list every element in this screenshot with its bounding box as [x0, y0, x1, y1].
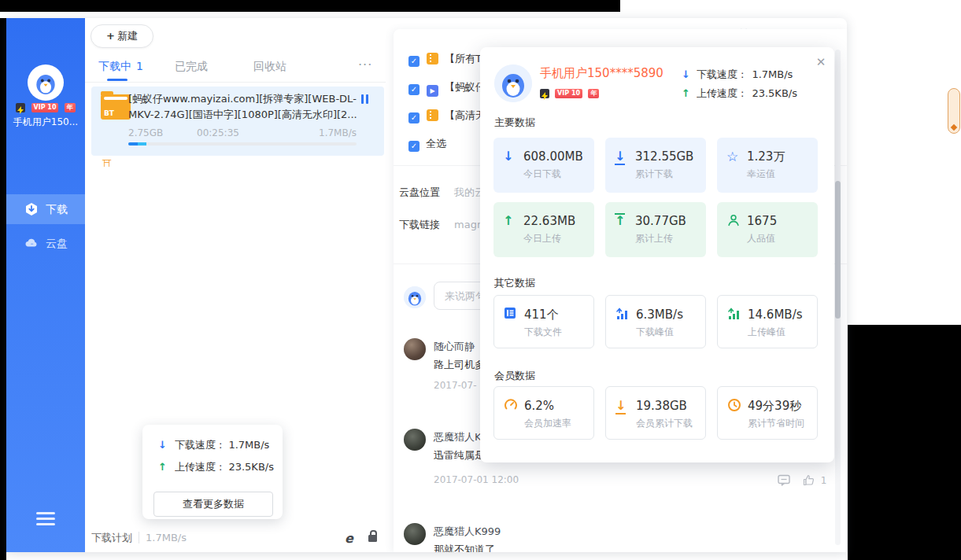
tab-recycle-bin[interactable]: 回收站	[253, 60, 286, 74]
download-task-row[interactable]: BT [蚂蚁仔www.mayizai.com][拆弹专家][WEB-DL- MK…	[91, 87, 384, 156]
stat-card-total-download: 312.55GB累计下载	[605, 138, 706, 193]
comment-time: 2017-07-	[434, 380, 476, 391]
download-link-field: 下载链接magne	[399, 218, 490, 232]
reply-bubble-icon[interactable]	[778, 474, 790, 486]
like-count: 1	[821, 475, 827, 486]
sidebar-item-label: 下载	[46, 203, 68, 216]
magnet-site-icon: ⛩	[102, 158, 113, 169]
download-hexagon-icon	[24, 202, 39, 216]
sidebar-item-label: 云盘	[46, 237, 68, 249]
tab-divider	[85, 82, 386, 83]
view-more-stats-button[interactable]: 查看更多数据	[153, 492, 273, 517]
vip-badges: VIP 10 年	[6, 99, 85, 114]
checkbox-checked[interactable]	[408, 141, 420, 152]
pause-button[interactable]	[360, 94, 371, 105]
screen: VIP 10 年 手机用户150... 下载 云盘 +新建 ✕ 下载中1 已完成	[0, 0, 961, 560]
stat-card-time-saved: 49分39秒累计节省时间	[717, 386, 818, 440]
new-task-button[interactable]: +新建	[91, 24, 153, 48]
menu-hamburger-icon[interactable]	[36, 512, 55, 525]
sidebar-item-cloud[interactable]: 云盘	[6, 228, 85, 258]
other-stats-grid: 411个下载文件 6.3MB/s下载峰值 14.6MB/s上传峰值	[493, 295, 818, 348]
download-plan-label[interactable]: 下载计划	[91, 532, 132, 543]
down-arrow-icon	[158, 439, 167, 451]
cloud-icon	[24, 236, 39, 250]
upload-from-bar-icon	[615, 213, 625, 228]
lock-icon[interactable]	[368, 535, 377, 542]
tab-downloading[interactable]: 下载中1	[98, 60, 143, 74]
stat-card-download-peak: 6.3MB/s下载峰值	[605, 295, 706, 348]
checkbox-checked[interactable]	[408, 112, 420, 123]
comment-actions: 1	[778, 474, 833, 488]
select-all-row[interactable]: 全选	[408, 137, 446, 151]
person-icon	[726, 213, 742, 229]
side-widget-handle[interactable]	[948, 88, 960, 134]
star-icon	[726, 149, 742, 164]
letterbox-top	[0, 0, 620, 12]
comment-text: 路上司机多	[434, 358, 485, 372]
bottom-bar: 下载计划1.7MB/s e	[91, 531, 386, 552]
file-row[interactable]: 【高清无	[408, 109, 486, 123]
file-row[interactable]: 【蚂蚁仔	[408, 80, 486, 94]
cloud-location-field: 云盘位置我的云	[399, 186, 485, 200]
download-time-left: 00:25:35	[197, 127, 239, 138]
popup-vip-badges: VIP 10 年	[540, 85, 599, 100]
download-speed: 1.7MB/s	[319, 127, 357, 138]
sidebar-username: 手机用户150...	[6, 116, 85, 129]
browser-ie-icon[interactable]: e	[345, 531, 353, 546]
down-arrow-icon	[682, 68, 690, 80]
my-comment-avatar	[404, 286, 426, 308]
user-avatar[interactable]	[28, 64, 64, 101]
popup-username: 手机用户150****5890	[540, 66, 663, 81]
letterbox-bottom-right	[848, 325, 961, 560]
plus-icon: +	[106, 30, 115, 42]
checkbox-checked[interactable]	[408, 56, 420, 67]
video-file-icon	[427, 85, 438, 97]
bt-folder-icon: BT	[101, 94, 131, 120]
bar-chart-up-icon	[615, 307, 631, 322]
tooltip-download-speed: 下载速度 :1.7MB/s	[158, 438, 269, 452]
vip-level-badge: VIP 10	[555, 89, 582, 98]
commenter-avatar	[404, 429, 426, 451]
main-stats-grid: 608.00MB今日下载 312.55GB累计下载 1.23万幸运值 22.63…	[493, 138, 818, 257]
up-arrow-icon	[682, 87, 690, 99]
super-member-icon	[540, 89, 549, 98]
sidebar-item-download[interactable]: 下载	[6, 194, 85, 224]
section-title-member: 会员数据	[494, 369, 535, 383]
stat-card-luck: 1.23万幸运值	[717, 138, 818, 193]
thumbs-up-icon[interactable]	[803, 474, 815, 486]
bar-chart-up-icon	[727, 307, 743, 322]
stat-card-file-count: 411个下载文件	[493, 295, 594, 348]
download-to-bar-icon	[615, 400, 626, 414]
speedometer-icon	[504, 398, 519, 414]
user-stats-popup: ✕ 手机用户150****5890 VIP 10 年 下载速度 :1.7MB/s…	[480, 47, 834, 462]
archive-file-icon	[427, 109, 438, 121]
commenter-name: 恶魔猎人K999	[434, 525, 501, 539]
section-title-other: 其它数据	[494, 276, 535, 290]
comment-time: 2017-07-01 12:00	[434, 474, 519, 485]
close-popup-icon[interactable]: ✕	[814, 55, 828, 69]
checkbox-checked[interactable]	[408, 84, 420, 95]
up-arrow-icon	[503, 213, 519, 229]
vip-level-badge: VIP 10	[31, 103, 59, 112]
stat-card-member-download: 19.38GB会员累计下载	[605, 386, 706, 440]
archive-file-icon	[427, 53, 438, 64]
section-title-main: 主要数据	[494, 116, 535, 130]
down-arrow-icon	[503, 149, 519, 164]
download-to-bar-icon	[615, 150, 625, 165]
more-options-icon[interactable]: ···	[358, 57, 379, 73]
commenter-avatar	[404, 523, 426, 545]
popup-download-speed: 下载速度 :1.7MB/s	[682, 68, 793, 82]
scrollbar-thumb[interactable]	[835, 181, 841, 319]
commenter-name: 随心而静	[434, 340, 475, 354]
download-size: 2.75GB	[128, 127, 163, 138]
stat-card-total-upload: 30.77GB累计上传	[605, 202, 706, 257]
file-row[interactable]: 【所有TV	[408, 52, 489, 66]
stat-card-today-upload: 22.63MB今日上传	[493, 202, 594, 257]
member-stats-grid: 6.2%会员加速率 19.38GB会员累计下载 49分39秒累计节省时间	[493, 386, 818, 440]
clock-icon	[727, 398, 743, 414]
letterbox-left	[0, 18, 6, 560]
app-window: VIP 10 年 手机用户150... 下载 云盘 +新建 ✕ 下载中1 已完成	[6, 18, 847, 552]
downloading-count-badge: 1	[136, 60, 143, 72]
tab-completed[interactable]: 已完成	[175, 60, 208, 74]
commenter-avatar	[404, 338, 426, 360]
